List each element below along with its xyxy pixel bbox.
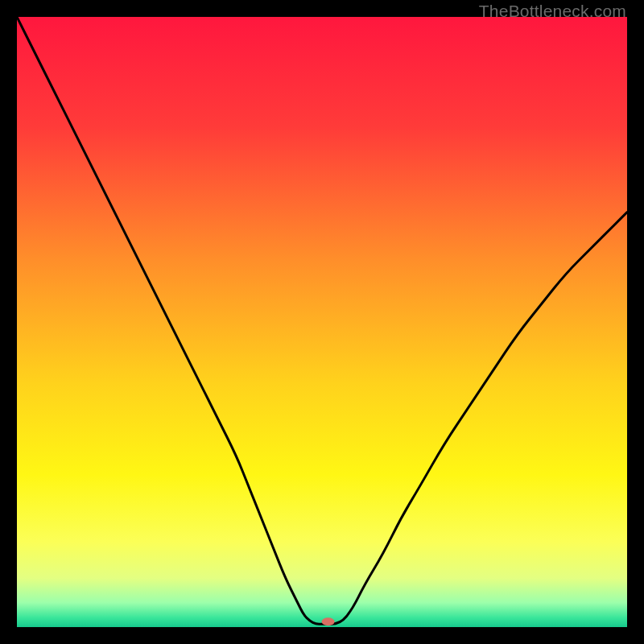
minimum-marker <box>322 617 335 625</box>
watermark-text: TheBottleneck.com <box>479 2 626 21</box>
bottleneck-chart <box>17 17 627 627</box>
gradient-background <box>17 17 627 627</box>
chart-frame <box>17 17 627 627</box>
